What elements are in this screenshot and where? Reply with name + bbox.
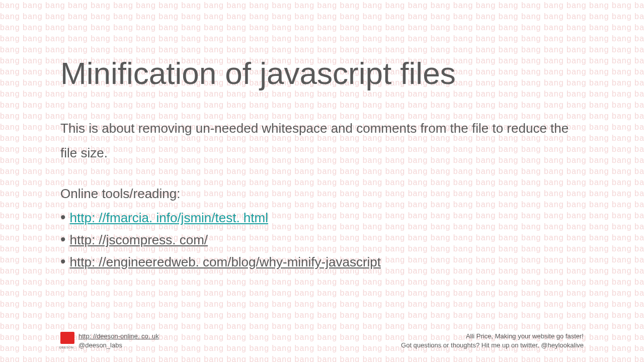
- slide-body-text: This is about removing un-needed whitesp…: [60, 116, 584, 166]
- list-item: • http: //fmarcia. info/jsmin/test. html: [60, 210, 584, 226]
- footer-right: Alli Price, Making your website go faste…: [401, 332, 584, 350]
- link-engineeredweb[interactable]: http: //engineeredweb. com/blog/why-mini…: [70, 254, 381, 270]
- slide-footer: DEESON http: //deeson-online. co. uk @de…: [0, 332, 644, 350]
- subheading: Online tools/reading:: [60, 186, 584, 202]
- footer-author-line: Alli Price, Making your website go faste…: [401, 332, 584, 341]
- link-jsmin[interactable]: http: //fmarcia. info/jsmin/test. html: [70, 210, 268, 226]
- deeson-logo: DEESON: [60, 332, 74, 344]
- slide-title: Minification of javascript files: [60, 55, 584, 91]
- footer-url[interactable]: http: //deeson-online. co. uk: [78, 332, 159, 341]
- link-list: • http: //fmarcia. info/jsmin/test. html…: [60, 210, 584, 270]
- footer-left: DEESON http: //deeson-online. co. uk @de…: [60, 332, 159, 350]
- footer-contact-line: Got questions or thoughts? Hit me up on …: [401, 341, 584, 350]
- logo-label: DEESON: [59, 346, 73, 349]
- footer-handle: @deeson_labs: [78, 341, 122, 349]
- slide-content: Minification of javascript files This is…: [0, 0, 644, 270]
- bullet-icon: •: [60, 232, 66, 247]
- link-jscompress[interactable]: http: //jscompress. com/: [70, 232, 208, 248]
- footer-left-text: http: //deeson-online. co. uk @deeson_la…: [78, 332, 159, 350]
- bullet-icon: •: [60, 254, 66, 269]
- list-item: • http: //jscompress. com/: [60, 232, 584, 248]
- bullet-icon: •: [60, 210, 66, 225]
- list-item: • http: //engineeredweb. com/blog/why-mi…: [60, 254, 584, 270]
